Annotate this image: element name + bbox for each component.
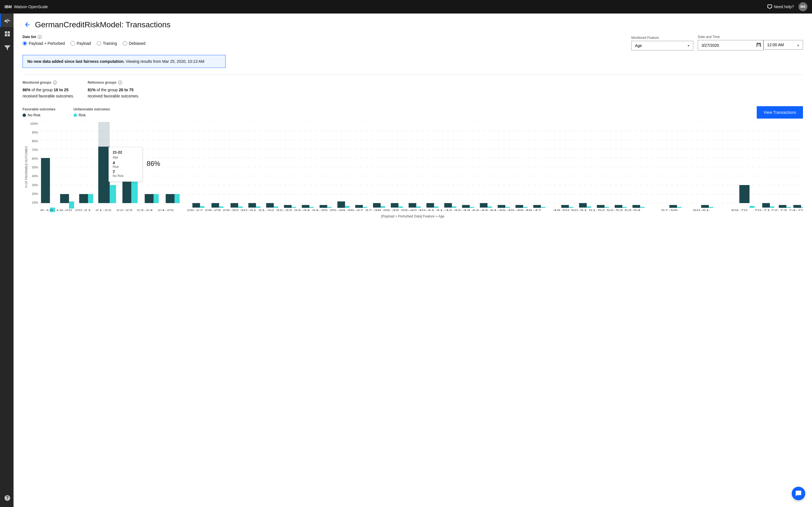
monitored-groups-stat: 86% of the group 18 to 25 received favor…: [22, 87, 74, 100]
svg-rect-53: [444, 203, 452, 208]
svg-rect-58: [488, 207, 492, 208]
back-arrow-icon: [24, 22, 30, 27]
no-risk-label: No Risk: [28, 113, 41, 117]
chat-fab-button[interactable]: [792, 487, 805, 500]
svg-rect-75: [669, 205, 677, 208]
monitored-feature-select-wrapper: Age Sex ForeignWorker: [631, 41, 693, 50]
svg-rect-47: [391, 203, 398, 208]
svg-rect-77: [701, 205, 709, 208]
svg-rect-22: [154, 194, 159, 203]
favorable-label: Favorable outcomes: [22, 107, 56, 111]
grid-icon: [4, 31, 10, 37]
svg-rect-83: [779, 205, 786, 208]
sidebar-item-grid[interactable]: [0, 27, 13, 41]
reference-groups-title: Reference groups i: [88, 80, 139, 84]
svg-rect-50: [416, 207, 421, 208]
svg-rect-29: [231, 203, 238, 208]
monitored-groups-section: Monitored groups i 86% of the group 18 t…: [22, 80, 74, 100]
radio-training[interactable]: Training: [97, 41, 117, 46]
nav-right: Need help? MS: [767, 2, 808, 11]
svg-rect-23: [166, 194, 175, 203]
svg-wrapper: 18-19 19-20 20-21 21-22 22-23 23-24 24-2…: [40, 122, 803, 212]
svg-rect-59: [498, 205, 505, 208]
reference-groups-stat: 81% of the group 26 to 75 received favor…: [88, 87, 139, 100]
alert-regular-text: Viewing results from Mar 25, 2020, 10:13…: [126, 59, 204, 64]
svg-text:32-33: 32-33: [276, 209, 292, 211]
svg-rect-86: [801, 207, 803, 208]
radio-payload[interactable]: Payload: [70, 41, 91, 46]
unfavorable-legend-items: Risk: [73, 113, 110, 117]
risk-dot: [73, 114, 77, 117]
svg-text:21-22: 21-22: [95, 209, 112, 211]
date-input-wrapper: [698, 40, 763, 50]
svg-text:22-23: 22-23: [116, 209, 133, 211]
svg-text:29-30: 29-30: [222, 209, 239, 211]
svg-text:31-32: 31-32: [258, 209, 274, 211]
svg-rect-57: [480, 203, 488, 208]
sidebar-item-help[interactable]: [0, 491, 13, 505]
no-risk-dot: [22, 114, 26, 117]
sidebar: [0, 13, 13, 507]
filter-icon: [4, 45, 10, 50]
date-time-label: Date and Time: [698, 35, 803, 39]
monitored-feature-select[interactable]: Age Sex ForeignWorker: [631, 41, 693, 50]
svg-rect-61: [515, 205, 523, 208]
svg-rect-65: [561, 205, 569, 208]
monitored-feature-group: Monitored Feature Age Sex ForeignWorker: [631, 36, 693, 50]
date-time-group: Date and Time 12:00 A: [698, 35, 803, 50]
y-axis-label: % OF FAVORABLE OUTCOMES: [22, 122, 30, 212]
time-select[interactable]: 12:00 AM 6:00 AM 12:00 PM 6:00 PM: [763, 40, 803, 50]
svg-rect-41: [338, 202, 345, 208]
svg-text:19-20: 19-20: [56, 209, 72, 211]
chart-section: Favorable outcomes No Risk Unfavorable o…: [22, 106, 803, 218]
view-transactions-button[interactable]: View Transactions: [757, 106, 803, 119]
calendar-icon[interactable]: [754, 40, 763, 50]
dataset-right: Monitored Feature Age Sex ForeignWorker …: [631, 35, 803, 50]
favorable-legend-items: No Risk: [22, 113, 56, 117]
svg-rect-71: [615, 205, 622, 208]
monitored-groups-title: Monitored groups i: [22, 80, 74, 84]
risk-label: Risk: [79, 113, 86, 117]
svg-rect-79: [739, 185, 749, 203]
svg-text:72-73: 72-73: [770, 209, 787, 211]
chart-svg: 18-19 19-20 20-21 21-22 22-23 23-24 24-2…: [40, 122, 803, 212]
radio-debiased[interactable]: Debiased: [123, 41, 146, 46]
svg-rect-31: [248, 203, 256, 208]
chart-legend: Favorable outcomes No Risk Unfavorable o…: [22, 107, 110, 117]
back-button[interactable]: [22, 20, 32, 29]
reference-groups-section: Reference groups i 81% of the group 26 t…: [88, 80, 139, 100]
dataset-info-icon: i: [38, 35, 42, 39]
svg-rect-84: [786, 207, 791, 208]
user-avatar[interactable]: MS: [799, 2, 808, 11]
svg-rect-18: [110, 185, 116, 203]
sidebar-item-pulse[interactable]: [0, 13, 13, 27]
time-select-wrapper: 12:00 AM 6:00 AM 12:00 PM 6:00 PM: [763, 40, 803, 50]
svg-text:57-58: 57-58: [661, 209, 677, 211]
pulse-icon: [4, 17, 10, 23]
svg-rect-66: [569, 207, 573, 208]
svg-rect-21: [145, 194, 154, 203]
svg-text:30-31: 30-31: [240, 209, 257, 211]
radio-payload-perturbed[interactable]: Payload + Perturbed: [22, 41, 65, 46]
svg-text:33-34: 33-34: [294, 209, 310, 211]
help-label: Need help?: [774, 4, 794, 9]
main-content: GermanCreditRiskModel: Transactions Data…: [13, 13, 812, 507]
svg-text:38-39: 38-39: [383, 209, 399, 211]
svg-rect-43: [355, 205, 363, 208]
svg-rect-60: [505, 207, 510, 208]
help-link[interactable]: Need help?: [767, 4, 794, 9]
svg-text:24-25: 24-25: [158, 209, 174, 211]
unfavorable-label: Unfavorable outcomes: [73, 107, 110, 111]
reference-groups-info-icon: i: [118, 80, 122, 84]
svg-rect-74: [640, 207, 645, 208]
svg-rect-62: [523, 207, 527, 208]
sidebar-item-filter[interactable]: [0, 41, 13, 54]
svg-rect-38: [310, 207, 314, 208]
svg-rect-80: [750, 206, 755, 208]
svg-rect-52: [434, 207, 439, 208]
svg-rect-39: [320, 205, 327, 208]
svg-rect-49: [409, 203, 416, 208]
app-layout: GermanCreditRiskModel: Transactions Data…: [0, 13, 812, 507]
date-input[interactable]: [698, 41, 754, 50]
svg-rect-17: [98, 147, 110, 203]
